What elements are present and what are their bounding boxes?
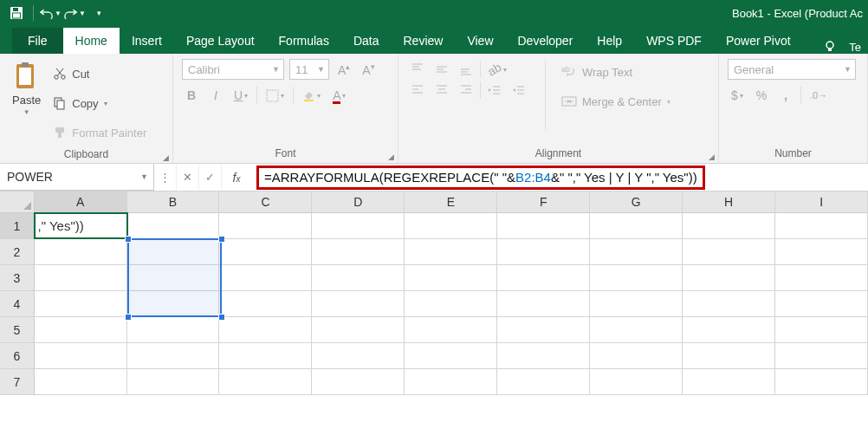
row-header-2[interactable]: 2 — [0, 239, 35, 265]
save-button[interactable] — [5, 3, 28, 23]
cell-A1[interactable]: ," Yes")) — [35, 213, 127, 239]
row-header-1[interactable]: 1 — [0, 213, 35, 239]
cell-H1[interactable] — [683, 213, 775, 239]
col-header-D[interactable]: D — [312, 192, 405, 213]
col-header-A[interactable]: A — [35, 192, 127, 213]
cell-E5[interactable] — [405, 317, 497, 343]
cell-E6[interactable] — [405, 343, 497, 369]
row-header-3[interactable]: 3 — [0, 265, 35, 291]
tab-developer[interactable]: Developer — [506, 28, 586, 54]
cell-D2[interactable] — [312, 239, 405, 265]
cell-F5[interactable] — [497, 317, 590, 343]
fill-color-button[interactable]: ▾ — [299, 85, 324, 106]
tab-page-layout[interactable]: Page Layout — [174, 28, 267, 54]
cell-C1[interactable] — [219, 213, 312, 239]
worksheet-grid[interactable]: A B C D E F G H I 1 ," Yes")) 2 3 4 5 6 … — [0, 192, 868, 395]
range-handle[interactable] — [125, 236, 132, 243]
borders-button[interactable]: ▾ — [262, 85, 288, 106]
cell-D4[interactable] — [312, 291, 405, 317]
increase-decimal-button[interactable]: .0→ — [806, 85, 831, 106]
paste-button[interactable]: Paste ▼ — [7, 59, 46, 118]
cell-F7[interactable] — [497, 369, 590, 395]
cell-G2[interactable] — [590, 239, 683, 265]
tab-file[interactable]: File — [12, 28, 63, 54]
cell-A4[interactable] — [35, 291, 127, 317]
number-format-combo[interactable]: General▼ — [728, 59, 856, 80]
cell-B2[interactable] — [127, 239, 220, 265]
cell-B4[interactable] — [127, 291, 220, 317]
enter-formula-button[interactable]: ✓ — [199, 164, 222, 191]
row-header-7[interactable]: 7 — [0, 369, 35, 395]
cell-C4[interactable] — [219, 291, 312, 317]
col-header-I[interactable]: I — [775, 192, 868, 213]
row-header-5[interactable]: 5 — [0, 317, 35, 343]
cell-F4[interactable] — [497, 291, 590, 317]
row-header-4[interactable]: 4 — [0, 291, 35, 317]
tell-me-label[interactable]: Te — [849, 41, 861, 54]
redo-button[interactable]: ▼ — [63, 3, 86, 23]
cell-D6[interactable] — [312, 343, 405, 369]
orientation-button[interactable]: ab▾ — [484, 59, 510, 80]
cut-button[interactable]: Cut — [53, 61, 146, 87]
align-top-button[interactable] — [407, 59, 428, 80]
cell-G1[interactable] — [590, 213, 683, 239]
cell-F3[interactable] — [497, 265, 590, 291]
cell-D1[interactable] — [312, 213, 405, 239]
dialog-launcher-icon[interactable]: ◢ — [388, 153, 394, 161]
cell-F1[interactable] — [497, 213, 590, 239]
cell-H5[interactable] — [683, 317, 775, 343]
tab-data[interactable]: Data — [341, 28, 392, 54]
cell-I4[interactable] — [775, 291, 868, 317]
cell-E4[interactable] — [405, 291, 497, 317]
undo-button[interactable]: ▼ — [39, 3, 62, 23]
cell-C3[interactable] — [219, 265, 312, 291]
cell-A5[interactable] — [35, 317, 127, 343]
cell-B6[interactable] — [127, 343, 220, 369]
cell-D3[interactable] — [312, 265, 405, 291]
insert-function-button[interactable]: fx — [222, 164, 251, 191]
cell-G3[interactable] — [590, 265, 683, 291]
cell-I2[interactable] — [775, 239, 868, 265]
select-all-corner[interactable] — [0, 192, 35, 213]
lightbulb-icon[interactable] — [823, 40, 837, 54]
font-name-combo[interactable]: Calibri▼ — [182, 59, 284, 80]
tab-insert[interactable]: Insert — [120, 28, 174, 54]
cell-E3[interactable] — [405, 265, 497, 291]
copy-button[interactable]: Copy ▾ — [53, 90, 146, 116]
tab-view[interactable]: View — [455, 28, 505, 54]
formula-bar-expand[interactable]: ⋮ — [154, 164, 177, 191]
cell-C2[interactable] — [219, 239, 312, 265]
cell-F6[interactable] — [497, 343, 590, 369]
percent-button[interactable]: % — [752, 85, 771, 106]
font-color-button[interactable]: A ▾ — [329, 85, 349, 106]
range-handle[interactable] — [125, 314, 132, 321]
cell-B7[interactable] — [127, 369, 220, 395]
cell-E1[interactable] — [405, 213, 497, 239]
cell-B1[interactable] — [127, 213, 220, 239]
align-left-button[interactable] — [407, 80, 428, 101]
format-painter-button[interactable]: Format Painter — [53, 120, 146, 146]
range-handle[interactable] — [218, 314, 225, 321]
align-center-button[interactable] — [431, 80, 452, 101]
bold-button[interactable]: B — [182, 85, 201, 106]
underline-button[interactable]: U▾ — [230, 85, 251, 106]
decrease-indent-button[interactable] — [484, 80, 505, 101]
font-size-combo[interactable]: 11▼ — [289, 59, 329, 80]
cell-I6[interactable] — [775, 343, 868, 369]
cell-D5[interactable] — [312, 317, 405, 343]
col-header-G[interactable]: G — [590, 192, 683, 213]
italic-button[interactable]: I — [206, 85, 225, 106]
cell-A2[interactable] — [35, 239, 127, 265]
range-handle[interactable] — [218, 236, 225, 243]
increase-indent-button[interactable] — [508, 80, 529, 101]
cell-G4[interactable] — [590, 291, 683, 317]
cell-D7[interactable] — [312, 369, 405, 395]
merge-center-button[interactable]: Merge & Center ▾ — [561, 88, 670, 114]
cell-G5[interactable] — [590, 317, 683, 343]
accounting-format-button[interactable]: $▾ — [728, 85, 747, 106]
cell-A7[interactable] — [35, 369, 127, 395]
dialog-launcher-icon[interactable]: ◢ — [163, 153, 169, 162]
cell-H2[interactable] — [683, 239, 775, 265]
cell-H7[interactable] — [683, 369, 775, 395]
formula-input[interactable]: =ARRAYFORMULA(REGEXREPLACE(" "&B2:B4&" "… — [251, 164, 868, 191]
